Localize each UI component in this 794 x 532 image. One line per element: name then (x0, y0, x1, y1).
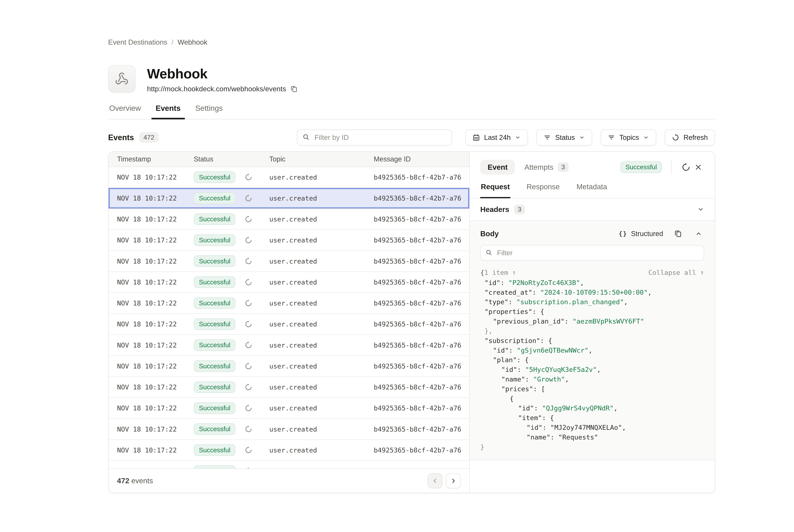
row-status-badge: Successful (194, 444, 236, 456)
table-row[interactable]: NOV 18 10:17:22 Successful user.created … (109, 314, 469, 335)
tab-response[interactable]: Response (526, 182, 560, 198)
retry-icon[interactable] (245, 383, 252, 391)
breadcrumb-parent-link[interactable]: Event Destinations (108, 38, 167, 46)
headers-expand-button[interactable] (697, 206, 704, 213)
body-section: Body {} Structured (470, 221, 715, 460)
retry-icon[interactable] (245, 446, 252, 454)
breadcrumb-current: Webhook (177, 38, 207, 46)
pagination-next-button[interactable] (446, 473, 461, 488)
col-topic: Topic (269, 155, 374, 163)
retry-event-button[interactable] (679, 160, 693, 174)
table-row[interactable]: NOV 18 10:17:22 Successful user.created … (109, 167, 469, 188)
table-row[interactable]: NOV 18 10:17:22 Successful user.created … (109, 209, 469, 230)
table-row[interactable]: NOV 18 10:17:22 Successful user.created … (109, 356, 469, 377)
row-topic: user.created (269, 173, 374, 181)
refresh-button[interactable]: Refresh (665, 129, 715, 146)
row-message-id: b4925365-b8cf-42b7-a76… (374, 278, 461, 286)
row-topic: user.created (269, 257, 374, 265)
view-tab-attempts[interactable]: Attempts 3 (525, 163, 569, 172)
table-row[interactable]: NOV 18 10:17:22 Successful user.created … (109, 251, 469, 272)
table-row[interactable]: NOV 18 10:17:22 Successful user.created … (109, 335, 469, 356)
retry-icon[interactable] (245, 467, 252, 469)
chevron-down-icon (515, 135, 521, 140)
request-response-tabs: Request Response Metadata (470, 182, 715, 198)
table-body: NOV 18 10:17:22 Successful user.created … (109, 167, 469, 469)
row-status-badge: Successful (194, 339, 236, 351)
filter-lines-icon (544, 134, 551, 141)
tab-request[interactable]: Request (480, 182, 510, 198)
view-tab-event[interactable]: Event (480, 160, 515, 175)
row-timestamp: NOV 18 10:17:22 (117, 446, 194, 454)
tab-metadata[interactable]: Metadata (576, 182, 608, 198)
row-status-badge: Successful (194, 234, 236, 246)
retry-icon[interactable] (245, 215, 252, 223)
topics-filter-button[interactable]: Topics (601, 129, 656, 146)
pagination-prev-button[interactable] (428, 473, 442, 488)
retry-icon[interactable] (245, 278, 252, 286)
table-footer: 472 events (109, 469, 469, 492)
row-timestamp: NOV 18 10:17:22 (117, 404, 194, 412)
row-status-badge: Successful (194, 171, 236, 183)
time-range-button[interactable]: Last 24h (465, 129, 528, 146)
json-line: "id": "gSjvn6eQTBewNWcr", (480, 346, 704, 355)
table-row[interactable]: NOV 18 10:17:22 Successful user.created … (109, 230, 469, 251)
json-line: "name": "Growth", (480, 375, 704, 384)
table-row[interactable]: NOV 18 10:17:22 Successful user.created … (109, 419, 469, 440)
retry-icon[interactable] (245, 404, 252, 412)
retry-icon[interactable] (245, 173, 252, 181)
row-timestamp: NOV 18 10:17:22 (117, 173, 194, 181)
table-row[interactable]: NOV 18 10:17:22 Successful user.created … (109, 272, 469, 293)
collapse-all-button[interactable]: Collapse all ↑ (648, 269, 704, 277)
row-message-id: b4925365-b8cf-42b7-a76… (374, 341, 461, 349)
row-message-id: b4925365-b8cf-42b7-a76… (374, 320, 461, 328)
events-total-count: 472 (117, 477, 129, 485)
table-row[interactable]: NOV 18 10:17:22 Successful user.created … (109, 377, 469, 398)
json-line: "plan": { (480, 355, 704, 365)
chevron-left-icon (432, 478, 438, 484)
row-message-id: b4925365-b8cf-42b7-a76… (374, 425, 461, 433)
row-status-badge: Successful (194, 360, 236, 372)
table-row[interactable]: NOV 18 10:17:22 Successful user.created … (109, 293, 469, 314)
row-status-badge: Successful (194, 465, 236, 469)
retry-icon[interactable] (245, 194, 252, 202)
copy-url-button[interactable] (290, 85, 298, 93)
retry-icon[interactable] (245, 236, 252, 244)
destination-icon-tile (108, 65, 135, 92)
tab-events[interactable]: Events (154, 104, 182, 119)
close-panel-button[interactable] (693, 161, 704, 173)
retry-icon[interactable] (245, 362, 252, 370)
col-timestamp: Timestamp (117, 155, 194, 163)
json-line: "prices": [ (480, 384, 704, 394)
retry-icon[interactable] (245, 425, 252, 433)
retry-icon[interactable] (245, 299, 252, 307)
webhook-icon (115, 72, 129, 86)
col-status: Status (194, 155, 269, 163)
retry-icon[interactable] (245, 320, 252, 328)
headers-section[interactable]: Headers 3 (470, 198, 715, 221)
row-message-id: b4925365-b8cf-42b7-a76… (374, 446, 461, 454)
json-viewer[interactable]: "id": "P2NoRtyZoTc46X3B","created_at": "… (480, 278, 704, 452)
breadcrumb-separator: / (171, 38, 173, 46)
row-topic: user.created (269, 446, 374, 454)
status-filter-button[interactable]: Status (536, 129, 592, 146)
tab-overview[interactable]: Overview (108, 104, 142, 119)
retry-icon[interactable] (245, 257, 252, 265)
structured-view-toggle[interactable]: Structured (631, 230, 663, 238)
json-items-meta[interactable]: {1 item ↑ (480, 269, 516, 277)
filter-by-id-input[interactable] (297, 129, 452, 146)
table-row[interactable]: NOV 18 10:17:22 Successful user.created … (109, 461, 469, 469)
row-status-badge: Successful (194, 381, 236, 393)
table-row[interactable]: NOV 18 10:17:22 Successful user.created … (109, 188, 469, 209)
json-line: "name": "Requests" (480, 433, 704, 442)
row-status-badge: Successful (194, 318, 236, 330)
collapse-body-button[interactable] (693, 228, 704, 239)
copy-body-button[interactable] (672, 228, 684, 240)
row-topic: user.created (269, 362, 374, 370)
table-row[interactable]: NOV 18 10:17:22 Successful user.created … (109, 398, 469, 419)
table-row[interactable]: NOV 18 10:17:22 Successful user.created … (109, 440, 469, 461)
refresh-icon (672, 134, 679, 141)
tab-settings[interactable]: Settings (194, 104, 224, 119)
retry-icon[interactable] (245, 341, 252, 349)
body-filter-input[interactable] (480, 245, 704, 261)
detail-header: Event Attempts 3 Successful (470, 152, 715, 181)
